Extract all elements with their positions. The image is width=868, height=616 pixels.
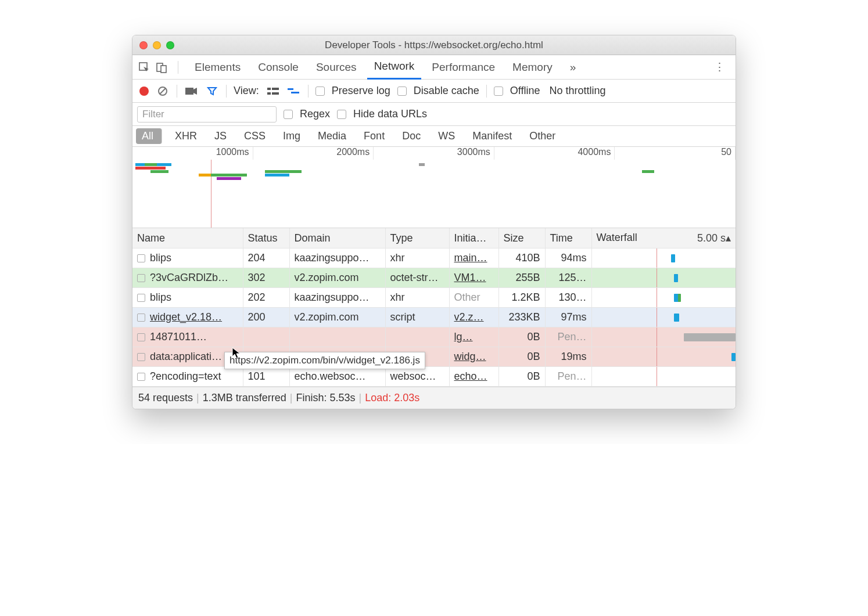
request-row[interactable]: widget_v2.18…200v2.zopim.comscriptv2.z…2…	[132, 308, 736, 327]
timeline-tick: 1000ms	[132, 147, 253, 160]
cell-initiator[interactable]: echo…	[449, 367, 498, 387]
filter-bar: Filter Regex Hide data URLs	[132, 103, 736, 126]
view-label: View:	[234, 85, 259, 97]
preserve-log-label: Preserve log	[332, 85, 390, 97]
svg-rect-9	[272, 92, 279, 95]
throttling-select[interactable]: No throttling	[550, 85, 606, 97]
large-rows-icon[interactable]	[266, 84, 280, 98]
timeline-overview[interactable]: 1000ms2000ms3000ms4000ms50	[132, 147, 736, 228]
filter-img[interactable]: Img	[277, 128, 306, 144]
col-domain[interactable]: Domain	[289, 228, 385, 248]
cell-initiator[interactable]: widg…	[449, 347, 498, 367]
hide-data-urls-checkbox[interactable]	[337, 110, 346, 119]
regex-checkbox[interactable]	[284, 110, 293, 119]
filter-ws[interactable]: WS	[432, 128, 461, 144]
cell-type: octet-str…	[385, 268, 449, 288]
disable-cache-checkbox[interactable]	[397, 87, 407, 96]
request-row[interactable]: ?3vCaGRDlZb…302v2.zopim.comoctet-str…VM1…	[132, 268, 736, 288]
hide-data-urls-label: Hide data URLs	[353, 108, 427, 120]
kebab-menu-button[interactable]: ⋮	[708, 60, 731, 74]
regex-label: Regex	[300, 108, 330, 120]
cell-initiator[interactable]: main…	[449, 248, 498, 268]
filter-media[interactable]: Media	[312, 128, 352, 144]
filter-font[interactable]: Font	[358, 128, 390, 144]
request-row[interactable]: blips202kaazingsuppo…xhrOther1.2KB130…	[132, 288, 736, 308]
cell-size: 0B	[498, 347, 545, 367]
transferred-size: 1.3MB transferred	[203, 392, 286, 404]
cell-name[interactable]: blips	[132, 288, 243, 308]
device-toolbar-icon[interactable]	[155, 60, 168, 74]
cell-type: script	[385, 308, 449, 327]
filter-input[interactable]: Filter	[137, 106, 277, 123]
cell-name[interactable]: 14871011…	[132, 327, 243, 347]
devtools-window: Developer Tools - https://websocket.org/…	[132, 35, 736, 409]
col-waterfall[interactable]: Waterfall5.00 s▴	[591, 228, 736, 248]
tab-elements[interactable]: Elements	[188, 55, 248, 80]
request-row[interactable]: ?encoding=text101echo.websoc…websoc…echo…	[132, 367, 736, 387]
timeline-tick: 3000ms	[374, 147, 494, 160]
cell-domain: kaazingsuppo…	[289, 248, 385, 268]
tab-console[interactable]: Console	[251, 55, 306, 80]
tab-memory[interactable]: Memory	[505, 55, 559, 80]
offline-label: Offline	[510, 85, 540, 97]
cell-waterfall	[591, 367, 736, 387]
tab-network[interactable]: Network	[367, 55, 422, 80]
cell-name[interactable]: blips	[132, 248, 243, 268]
offline-checkbox[interactable]	[494, 87, 503, 96]
overview-icon[interactable]	[287, 84, 301, 98]
cell-waterfall	[591, 248, 736, 268]
timeline-tick: 4000ms	[494, 147, 615, 160]
type-filters: AllXHRJSCSSImgMediaFontDocWSManifestOthe…	[132, 126, 736, 147]
filter-other[interactable]: Other	[523, 128, 561, 144]
inspect-element-icon[interactable]	[137, 60, 151, 74]
filter-css[interactable]: CSS	[238, 128, 271, 144]
filter-js[interactable]: JS	[209, 128, 232, 144]
cell-name[interactable]: ?encoding=text	[132, 367, 243, 387]
requests-count: 54 requests	[138, 392, 193, 404]
tab-performance[interactable]: Performance	[425, 55, 502, 80]
col-status[interactable]: Status	[243, 228, 289, 248]
filter-doc[interactable]: Doc	[396, 128, 426, 144]
cell-type: xhr	[385, 248, 449, 268]
request-row[interactable]: blips204kaazingsuppo…xhrmain…410B94ms	[132, 248, 736, 268]
col-size[interactable]: Size	[498, 228, 545, 248]
filter-all[interactable]: All	[136, 128, 162, 144]
svg-rect-5	[185, 88, 193, 95]
tab-sources[interactable]: Sources	[309, 55, 364, 80]
cell-type: websoc…	[385, 367, 449, 387]
cell-initiator: Other	[449, 288, 498, 308]
timeline-tick: 50	[615, 147, 736, 160]
cell-initiator[interactable]: VM1…	[449, 268, 498, 288]
record-button[interactable]	[139, 87, 149, 96]
request-row[interactable]: data:applicati…200fontwidg…0B19ms	[132, 347, 736, 367]
cell-time: 125…	[545, 268, 591, 288]
close-window-button[interactable]	[139, 41, 148, 49]
preserve-log-checkbox[interactable]	[315, 87, 325, 96]
svg-rect-10	[288, 88, 293, 90]
minimize-window-button[interactable]	[153, 41, 161, 49]
col-type[interactable]: Type	[385, 228, 449, 248]
camera-icon[interactable]	[184, 84, 198, 98]
col-initia[interactable]: Initia…	[449, 228, 498, 248]
filter-manifest[interactable]: Manifest	[467, 128, 518, 144]
filter-xhr[interactable]: XHR	[169, 128, 203, 144]
tooltip: https://v2.zopim.com/bin/v/widget_v2.186…	[224, 352, 425, 369]
request-row[interactable]: 14871011…lg…0BPen…	[132, 327, 736, 347]
cell-initiator[interactable]: v2.z…	[449, 308, 498, 327]
more-tabs-button[interactable]: »	[563, 55, 583, 80]
filter-icon[interactable]	[205, 84, 219, 98]
cell-waterfall	[591, 327, 736, 347]
cell-name[interactable]: ?3vCaGRDlZb…	[132, 268, 243, 288]
cell-waterfall	[591, 288, 736, 308]
svg-rect-6	[267, 88, 271, 90]
col-time[interactable]: Time	[545, 228, 591, 248]
svg-rect-7	[272, 88, 279, 90]
clear-icon[interactable]	[156, 84, 170, 98]
col-name[interactable]: Name	[132, 228, 243, 248]
cell-initiator[interactable]: lg…	[449, 327, 498, 347]
requests-table: NameStatusDomainTypeInitia…SizeTimeWater…	[132, 228, 736, 387]
cell-name[interactable]: widget_v2.18…	[132, 308, 243, 327]
maximize-window-button[interactable]	[166, 41, 174, 49]
window-title: Developer Tools - https://websocket.org/…	[132, 39, 736, 51]
cell-time: 94ms	[545, 248, 591, 268]
